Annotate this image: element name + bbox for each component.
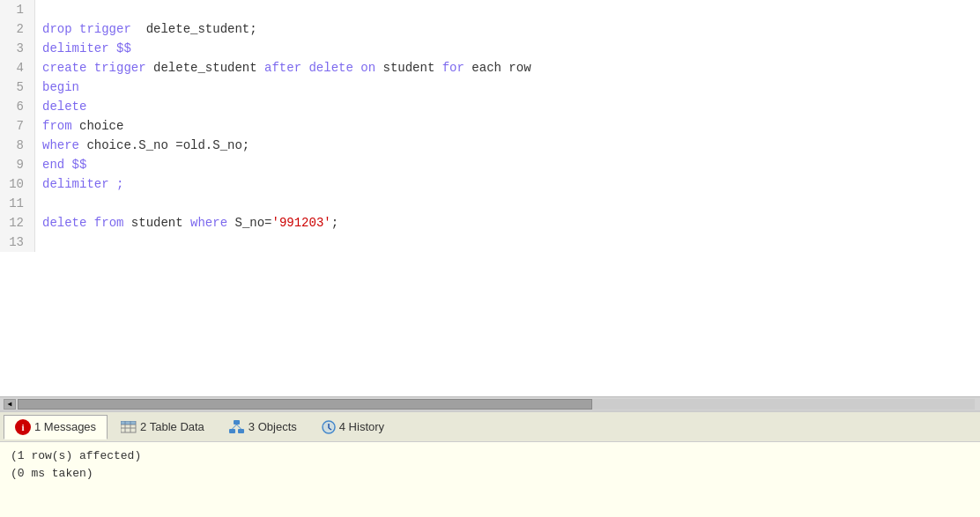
code-line: 11 <box>0 194 980 213</box>
tab-label: 1 Messages <box>34 420 96 433</box>
objects-icon <box>229 420 245 434</box>
code-line: 9end $$ <box>0 155 980 174</box>
line-number: 12 <box>0 213 35 233</box>
line-code: create trigger delete_student after dele… <box>35 58 531 78</box>
code-lines: 1 2drop trigger delete_student;3delimite… <box>0 0 980 396</box>
line-number: 6 <box>0 97 35 116</box>
line-code <box>35 0 49 19</box>
line-code: where choice.S_no =old.S_no; <box>35 136 249 155</box>
info-icon: i <box>15 419 31 435</box>
line-number: 5 <box>0 78 35 97</box>
history-icon <box>322 420 336 434</box>
tab-tabledata[interactable]: 2 Table Data <box>109 415 216 439</box>
line-code: from choice <box>35 116 123 136</box>
code-line: 1 <box>0 0 980 19</box>
line-number: 9 <box>0 155 35 174</box>
line-number: 7 <box>0 116 35 136</box>
line-code: end $$ <box>35 155 86 174</box>
svg-rect-5 <box>121 421 136 425</box>
tab-messages[interactable]: i1 Messages <box>4 415 108 439</box>
svg-rect-6 <box>234 420 240 425</box>
code-line: 10delimiter ; <box>0 174 980 194</box>
code-line: 4create trigger delete_student after del… <box>0 58 980 78</box>
line-code: delete <box>35 97 86 116</box>
line-code <box>35 233 49 252</box>
line-code: drop trigger delete_student; <box>35 19 257 39</box>
code-content: 1 2drop trigger delete_student;3delimite… <box>0 0 980 396</box>
message-line: (1 row(s) affected) <box>11 447 969 465</box>
svg-rect-7 <box>229 429 235 433</box>
line-number: 3 <box>0 39 35 58</box>
line-number: 10 <box>0 174 35 194</box>
line-number: 13 <box>0 233 35 252</box>
tab-label: 4 History <box>339 420 384 433</box>
scroll-track[interactable] <box>18 399 975 410</box>
code-line: 6delete <box>0 97 980 116</box>
code-line: 7from choice <box>0 116 980 136</box>
bottom-panel: i1 Messages 2 Table Data 3 Objects 4 His… <box>0 411 980 517</box>
line-code: delimiter ; <box>35 174 123 194</box>
tab-history[interactable]: 4 History <box>310 415 396 439</box>
line-number: 1 <box>0 0 35 19</box>
svg-line-10 <box>236 425 241 429</box>
message-line: (0 ms taken) <box>11 465 969 483</box>
line-number: 11 <box>0 194 35 213</box>
svg-line-9 <box>232 425 236 429</box>
code-line: 5begin <box>0 78 980 97</box>
code-editor[interactable]: 1 2drop trigger delete_student;3delimite… <box>0 0 980 411</box>
tab-bar: i1 Messages 2 Table Data 3 Objects 4 His… <box>0 412 980 442</box>
horizontal-scrollbar[interactable]: ◀ <box>0 396 980 410</box>
line-number: 8 <box>0 136 35 155</box>
code-line: 12delete from student where S_no='991203… <box>0 213 980 233</box>
code-line: 2drop trigger delete_student; <box>0 19 980 39</box>
code-line: 3delimiter $$ <box>0 39 980 58</box>
scroll-thumb[interactable] <box>18 399 592 410</box>
svg-rect-8 <box>238 429 244 433</box>
line-code: begin <box>35 78 79 97</box>
table-data-icon <box>121 421 137 433</box>
scroll-left-arrow[interactable]: ◀ <box>4 399 16 410</box>
code-line: 13 <box>0 233 980 252</box>
tab-label: 3 Objects <box>249 420 297 433</box>
line-code <box>35 194 49 213</box>
line-code: delimiter $$ <box>35 39 131 58</box>
line-number: 4 <box>0 58 35 78</box>
tab-label: 2 Table Data <box>140 420 204 433</box>
tab-objects[interactable]: 3 Objects <box>218 415 308 439</box>
messages-content: (1 row(s) affected)(0 ms taken) <box>0 442 980 517</box>
line-code: delete from student where S_no='991203'; <box>35 213 338 233</box>
line-number: 2 <box>0 19 35 39</box>
code-line: 8where choice.S_no =old.S_no; <box>0 136 980 155</box>
